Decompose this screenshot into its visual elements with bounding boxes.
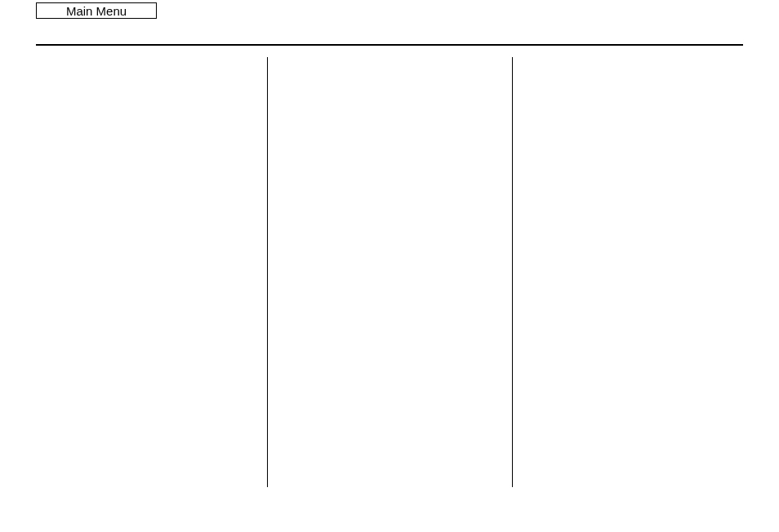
main-menu-button[interactable]: Main Menu (36, 2, 157, 19)
header-divider (36, 44, 743, 46)
column-divider-left (267, 57, 268, 487)
main-menu-label: Main Menu (66, 4, 127, 18)
page-root: Main Menu (0, 0, 779, 532)
column-divider-right (512, 57, 513, 487)
